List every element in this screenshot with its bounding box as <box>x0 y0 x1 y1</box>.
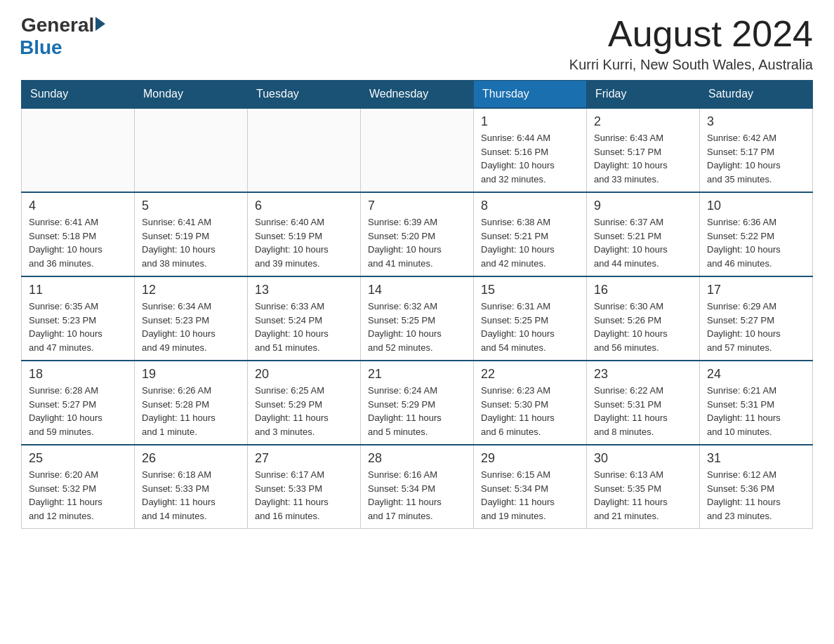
calendar-cell-w5-d4: 28Sunrise: 6:16 AM Sunset: 5:34 PM Dayli… <box>361 445 474 529</box>
calendar-cell-w2-d4: 7Sunrise: 6:39 AM Sunset: 5:20 PM Daylig… <box>361 192 474 276</box>
day-number: 28 <box>368 451 466 466</box>
calendar-cell-w2-d5: 8Sunrise: 6:38 AM Sunset: 5:21 PM Daylig… <box>474 192 587 276</box>
day-info: Sunrise: 6:35 AM Sunset: 5:23 PM Dayligh… <box>29 300 127 354</box>
day-info: Sunrise: 6:31 AM Sunset: 5:25 PM Dayligh… <box>481 300 579 354</box>
day-info: Sunrise: 6:33 AM Sunset: 5:24 PM Dayligh… <box>255 300 353 354</box>
day-info: Sunrise: 6:41 AM Sunset: 5:18 PM Dayligh… <box>29 215 127 270</box>
day-info: Sunrise: 6:21 AM Sunset: 5:31 PM Dayligh… <box>707 384 805 438</box>
logo-blue-text: Blue <box>20 36 62 59</box>
month-title: August 2024 <box>569 14 813 54</box>
calendar-cell-w2-d3: 6Sunrise: 6:40 AM Sunset: 5:19 PM Daylig… <box>248 192 361 276</box>
day-number: 18 <box>29 367 127 382</box>
day-number: 26 <box>142 451 240 466</box>
calendar-cell-w3-d1: 11Sunrise: 6:35 AM Sunset: 5:23 PM Dayli… <box>22 276 135 361</box>
day-info: Sunrise: 6:41 AM Sunset: 5:19 PM Dayligh… <box>142 215 240 270</box>
calendar-cell-w2-d1: 4Sunrise: 6:41 AM Sunset: 5:18 PM Daylig… <box>22 192 135 276</box>
day-number: 27 <box>255 451 353 466</box>
calendar-cell-w1-d2 <box>135 108 248 192</box>
day-number: 1 <box>481 114 579 129</box>
day-info: Sunrise: 6:23 AM Sunset: 5:30 PM Dayligh… <box>481 384 579 438</box>
calendar-cell-w4-d5: 22Sunrise: 6:23 AM Sunset: 5:30 PM Dayli… <box>474 361 587 445</box>
calendar-header-row: Sunday Monday Tuesday Wednesday Thursday… <box>22 81 813 109</box>
day-number: 20 <box>255 367 353 382</box>
calendar-cell-w2-d6: 9Sunrise: 6:37 AM Sunset: 5:21 PM Daylig… <box>587 192 700 276</box>
day-info: Sunrise: 6:20 AM Sunset: 5:32 PM Dayligh… <box>29 468 127 523</box>
calendar-cell-w3-d3: 13Sunrise: 6:33 AM Sunset: 5:24 PM Dayli… <box>248 276 361 361</box>
calendar-cell-w5-d6: 30Sunrise: 6:13 AM Sunset: 5:35 PM Dayli… <box>587 445 700 529</box>
day-number: 2 <box>594 114 692 129</box>
header-sunday: Sunday <box>22 81 135 109</box>
day-number: 14 <box>368 283 466 297</box>
day-number: 10 <box>707 199 805 213</box>
day-number: 17 <box>707 283 805 297</box>
calendar-cell-w5-d7: 31Sunrise: 6:12 AM Sunset: 5:36 PM Dayli… <box>700 445 813 529</box>
day-info: Sunrise: 6:38 AM Sunset: 5:21 PM Dayligh… <box>481 215 579 270</box>
header-tuesday: Tuesday <box>248 81 361 109</box>
calendar-cell-w4-d1: 18Sunrise: 6:28 AM Sunset: 5:27 PM Dayli… <box>22 361 135 445</box>
day-info: Sunrise: 6:17 AM Sunset: 5:33 PM Dayligh… <box>255 468 353 523</box>
calendar-cell-w4-d6: 23Sunrise: 6:22 AM Sunset: 5:31 PM Dayli… <box>587 361 700 445</box>
day-info: Sunrise: 6:24 AM Sunset: 5:29 PM Dayligh… <box>368 384 466 438</box>
day-number: 13 <box>255 283 353 297</box>
calendar-week-4: 18Sunrise: 6:28 AM Sunset: 5:27 PM Dayli… <box>22 361 813 445</box>
logo-general-text: General <box>21 14 94 36</box>
day-info: Sunrise: 6:40 AM Sunset: 5:19 PM Dayligh… <box>255 215 353 270</box>
day-number: 15 <box>481 283 579 297</box>
day-info: Sunrise: 6:22 AM Sunset: 5:31 PM Dayligh… <box>594 384 692 438</box>
calendar-cell-w4-d3: 20Sunrise: 6:25 AM Sunset: 5:29 PM Dayli… <box>248 361 361 445</box>
day-info: Sunrise: 6:37 AM Sunset: 5:21 PM Dayligh… <box>594 215 692 270</box>
calendar-cell-w1-d7: 3Sunrise: 6:42 AM Sunset: 5:17 PM Daylig… <box>700 108 813 192</box>
day-info: Sunrise: 6:28 AM Sunset: 5:27 PM Dayligh… <box>29 384 127 438</box>
day-info: Sunrise: 6:39 AM Sunset: 5:20 PM Dayligh… <box>368 215 466 270</box>
day-number: 31 <box>707 451 805 466</box>
day-info: Sunrise: 6:36 AM Sunset: 5:22 PM Dayligh… <box>707 215 805 270</box>
day-info: Sunrise: 6:43 AM Sunset: 5:17 PM Dayligh… <box>594 131 692 186</box>
day-info: Sunrise: 6:29 AM Sunset: 5:27 PM Dayligh… <box>707 300 805 354</box>
calendar-cell-w1-d4 <box>361 108 474 192</box>
calendar-cell-w1-d5: 1Sunrise: 6:44 AM Sunset: 5:16 PM Daylig… <box>474 108 587 192</box>
calendar-week-3: 11Sunrise: 6:35 AM Sunset: 5:23 PM Dayli… <box>22 276 813 361</box>
day-number: 5 <box>142 199 240 213</box>
calendar-cell-w3-d5: 15Sunrise: 6:31 AM Sunset: 5:25 PM Dayli… <box>474 276 587 361</box>
day-number: 4 <box>29 199 127 213</box>
calendar-cell-w3-d4: 14Sunrise: 6:32 AM Sunset: 5:25 PM Dayli… <box>361 276 474 361</box>
calendar-cell-w4-d4: 21Sunrise: 6:24 AM Sunset: 5:29 PM Dayli… <box>361 361 474 445</box>
day-info: Sunrise: 6:32 AM Sunset: 5:25 PM Dayligh… <box>368 300 466 354</box>
calendar-cell-w3-d7: 17Sunrise: 6:29 AM Sunset: 5:27 PM Dayli… <box>700 276 813 361</box>
day-number: 30 <box>594 451 692 466</box>
day-info: Sunrise: 6:12 AM Sunset: 5:36 PM Dayligh… <box>707 468 805 523</box>
calendar-cell-w5-d1: 25Sunrise: 6:20 AM Sunset: 5:32 PM Dayli… <box>22 445 135 529</box>
calendar-cell-w3-d6: 16Sunrise: 6:30 AM Sunset: 5:26 PM Dayli… <box>587 276 700 361</box>
day-number: 16 <box>594 283 692 297</box>
calendar-cell-w2-d2: 5Sunrise: 6:41 AM Sunset: 5:19 PM Daylig… <box>135 192 248 276</box>
calendar-cell-w2-d7: 10Sunrise: 6:36 AM Sunset: 5:22 PM Dayli… <box>700 192 813 276</box>
calendar-cell-w4-d7: 24Sunrise: 6:21 AM Sunset: 5:31 PM Dayli… <box>700 361 813 445</box>
day-number: 22 <box>481 367 579 382</box>
day-info: Sunrise: 6:25 AM Sunset: 5:29 PM Dayligh… <box>255 384 353 438</box>
day-info: Sunrise: 6:16 AM Sunset: 5:34 PM Dayligh… <box>368 468 466 523</box>
calendar-cell-w1-d6: 2Sunrise: 6:43 AM Sunset: 5:17 PM Daylig… <box>587 108 700 192</box>
calendar-cell-w1-d3 <box>248 108 361 192</box>
day-number: 21 <box>368 367 466 382</box>
day-number: 29 <box>481 451 579 466</box>
header-wednesday: Wednesday <box>361 81 474 109</box>
day-number: 8 <box>481 199 579 213</box>
day-number: 24 <box>707 367 805 382</box>
day-info: Sunrise: 6:34 AM Sunset: 5:23 PM Dayligh… <box>142 300 240 354</box>
calendar-cell-w5-d3: 27Sunrise: 6:17 AM Sunset: 5:33 PM Dayli… <box>248 445 361 529</box>
header-monday: Monday <box>135 81 248 109</box>
day-info: Sunrise: 6:30 AM Sunset: 5:26 PM Dayligh… <box>594 300 692 354</box>
day-number: 9 <box>594 199 692 213</box>
day-number: 12 <box>142 283 240 297</box>
calendar-week-5: 25Sunrise: 6:20 AM Sunset: 5:32 PM Dayli… <box>22 445 813 529</box>
day-info: Sunrise: 6:13 AM Sunset: 5:35 PM Dayligh… <box>594 468 692 523</box>
header-friday: Friday <box>587 81 700 109</box>
day-info: Sunrise: 6:18 AM Sunset: 5:33 PM Dayligh… <box>142 468 240 523</box>
day-number: 3 <box>707 114 805 129</box>
calendar-cell-w4-d2: 19Sunrise: 6:26 AM Sunset: 5:28 PM Dayli… <box>135 361 248 445</box>
calendar-week-2: 4Sunrise: 6:41 AM Sunset: 5:18 PM Daylig… <box>22 192 813 276</box>
calendar-week-1: 1Sunrise: 6:44 AM Sunset: 5:16 PM Daylig… <box>22 108 813 192</box>
calendar-cell-w5-d5: 29Sunrise: 6:15 AM Sunset: 5:34 PM Dayli… <box>474 445 587 529</box>
page-header: General Blue August 2024 Kurri Kurri, Ne… <box>21 14 813 73</box>
title-area: August 2024 Kurri Kurri, New South Wales… <box>569 14 813 73</box>
